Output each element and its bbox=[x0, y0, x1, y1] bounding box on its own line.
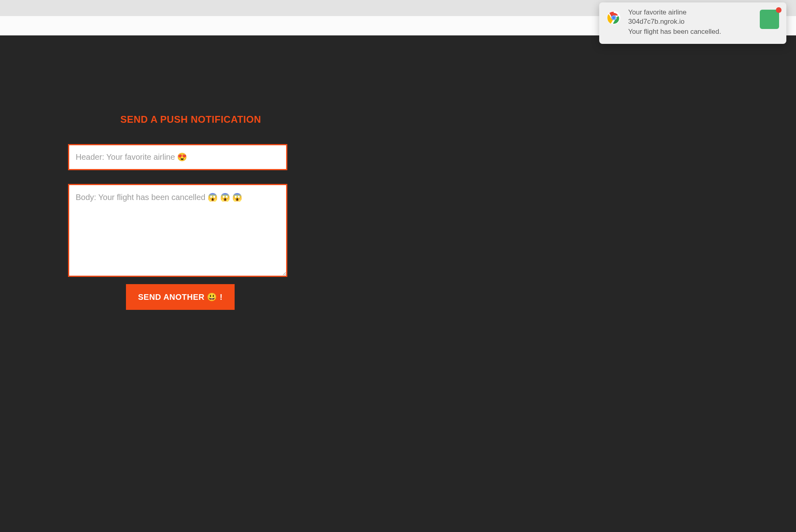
chrome-icon bbox=[606, 10, 621, 25]
notification-text-block: Your favorite airline 304d7c7b.ngrok.io … bbox=[628, 8, 754, 37]
notification-title: Your favorite airline bbox=[628, 8, 754, 17]
svg-point-3 bbox=[612, 16, 615, 19]
push-notification-toast[interactable]: Your favorite airline 304d7c7b.ngrok.io … bbox=[599, 2, 786, 44]
form-heading: SEND A PUSH NOTIFICATION bbox=[120, 114, 287, 125]
body-textarea[interactable] bbox=[69, 185, 286, 276]
body-textarea-wrap bbox=[68, 184, 287, 277]
notification-badge-dot bbox=[776, 7, 782, 13]
send-another-button[interactable]: SEND ANOTHER 😃 ! bbox=[126, 284, 235, 310]
notification-origin: 304d7c7b.ngrok.io bbox=[628, 17, 754, 27]
page-content: SEND A PUSH NOTIFICATION SEND ANOTHER 😃 … bbox=[0, 35, 796, 532]
notification-body: Your flight has been cancelled. bbox=[628, 27, 754, 37]
notification-app-icon bbox=[760, 10, 779, 29]
header-input[interactable] bbox=[69, 145, 286, 169]
push-form: SEND A PUSH NOTIFICATION SEND ANOTHER 😃 … bbox=[68, 114, 287, 310]
header-input-wrap bbox=[68, 144, 287, 170]
